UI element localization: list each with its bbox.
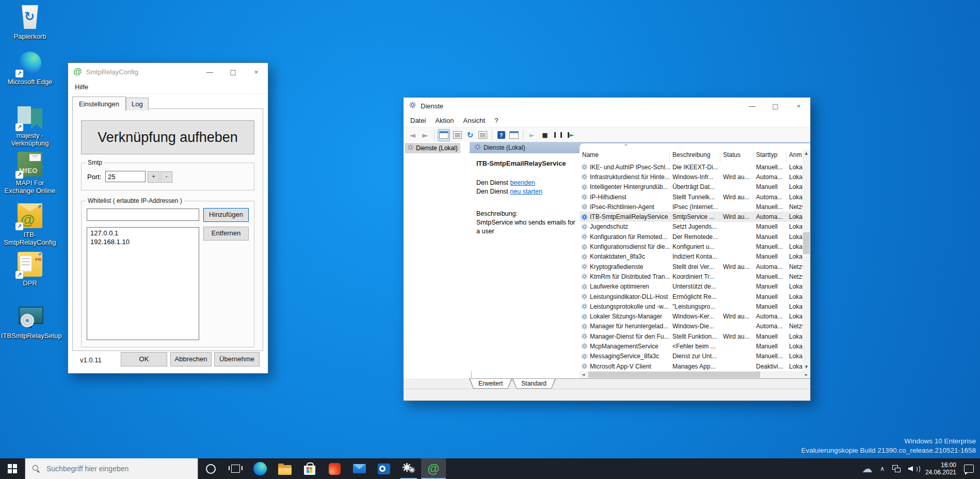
start-button[interactable] (0, 458, 25, 479)
start-service-icon[interactable]: ► (526, 130, 538, 141)
tab-einstellungen[interactable]: Einstellungen (72, 97, 126, 111)
table-row[interactable]: KryptografiediensteStellt drei Ver...Wir… (580, 262, 802, 272)
restart-service-icon[interactable]: ► (565, 130, 576, 141)
maximize-button[interactable]: □ (764, 98, 787, 114)
title-bar[interactable]: @ SmtpRelayConfig — □ × (68, 63, 268, 81)
horizontal-scrollbar[interactable]: ◄ ► (580, 371, 810, 378)
taskbar-app-file-explorer[interactable] (272, 458, 297, 479)
table-row[interactable]: ITB-SmtpEmailRelayServiceSmtpService ...… (580, 212, 802, 221)
action-center-icon[interactable] (964, 465, 974, 473)
desktop-icon-setup[interactable]: ITBSmtpRelaySetup (1, 304, 59, 340)
column-header-status[interactable]: Status (720, 151, 753, 162)
taskbar-app-store[interactable] (297, 458, 322, 479)
whitelist-entry[interactable]: 192.168.1.10 (87, 237, 199, 246)
port-input[interactable] (105, 171, 146, 182)
taskbar-search[interactable] (25, 458, 198, 479)
task-view-button[interactable] (223, 458, 248, 479)
stop-service-link[interactable]: beenden (510, 179, 535, 186)
network-icon[interactable] (892, 465, 901, 472)
table-row[interactable]: KtmRm für Distributed Tran...Koordiniert… (580, 272, 802, 281)
table-row[interactable]: IKE- und AuthIP IPsec-Schl...Die IKEEXT-… (580, 162, 802, 172)
whitelist-listbox[interactable]: 127.0.0.1192.168.1.10 (87, 227, 199, 340)
title-bar[interactable]: Dienste — □ × (404, 98, 810, 114)
taskbar-app-mail[interactable] (347, 458, 372, 479)
onedrive-icon[interactable]: ☁ (862, 462, 872, 475)
taskbar-app-edge[interactable] (248, 458, 272, 479)
pause-service-icon[interactable] (552, 130, 564, 141)
port-plus-button[interactable]: + (148, 171, 159, 183)
minimize-button[interactable]: — (741, 98, 764, 114)
port-minus-button[interactable]: - (160, 171, 172, 183)
table-row[interactable]: Microsoft App-V ClientManages App...Deak… (580, 361, 802, 371)
desktop-icon-majesty[interactable]: ↗ majesty - Verknüpfung (1, 103, 59, 147)
show-console-tree-icon[interactable] (438, 129, 450, 141)
list-view-icon[interactable] (452, 130, 463, 141)
scroll-up-icon[interactable]: ▲ (802, 150, 810, 157)
table-row[interactable]: JugendschutzSetzt Jugends...ManuellLoka (580, 222, 802, 232)
taskbar-app-office[interactable] (322, 458, 347, 479)
table-row[interactable]: Laufwerke optimierenUnterstützt de...Man… (580, 282, 802, 292)
help-icon[interactable]: ? (495, 130, 507, 141)
scrollbar-thumb[interactable] (588, 372, 760, 378)
menu-aktion[interactable]: Aktion (430, 115, 458, 126)
table-row[interactable]: Manager-Dienst für den Fu...Stellt Funkt… (580, 331, 802, 341)
add-button[interactable]: Hinzufügen (203, 208, 249, 222)
desktop-icon-edge[interactable]: ↗ Microsoft Edge (1, 50, 59, 86)
restart-service-link[interactable]: neu starten (510, 188, 542, 195)
table-row[interactable]: Konfiguration für Remoted...Der Remotede… (580, 232, 802, 242)
chevron-up-icon[interactable]: ∧ (880, 465, 885, 472)
menu-hilfe[interactable]: Hilfe (70, 82, 93, 92)
export-list-icon[interactable]: ► (477, 130, 489, 141)
whitelist-entry[interactable]: 127.0.0.1 (87, 229, 199, 237)
table-row[interactable]: Intelligenter Hintergrundüb...Überträgt … (580, 182, 802, 192)
forward-icon[interactable]: ► (420, 130, 431, 141)
column-header-beschreibung[interactable]: Beschreibung (670, 151, 720, 162)
table-row[interactable]: Infrastrukturdienst für Hinte...Windows-… (580, 172, 802, 182)
whitelist-input[interactable] (87, 209, 199, 221)
ok-button[interactable]: OK (121, 352, 167, 366)
table-row[interactable]: MessagingService_8fa3cDienst zur Unt...M… (580, 352, 802, 361)
vertical-scrollbar[interactable]: ▲ ▼ (802, 150, 810, 371)
desktop-icon-dpr[interactable]: PR » ↗ DPR (1, 251, 59, 287)
table-row[interactable]: Lokaler Sitzungs-ManagerWindows-Ker...Wi… (580, 311, 802, 321)
taskbar-clock[interactable]: 16:00 24.06.2021 (925, 461, 956, 476)
scroll-right-icon[interactable]: ► (802, 373, 810, 377)
menu-datei[interactable]: Datei (406, 115, 430, 126)
taskbar-app-services[interactable] (396, 458, 421, 479)
table-row[interactable]: IPsec-Richtlinien-AgentIPsec (Internet..… (580, 202, 802, 212)
apply-button[interactable]: Übernehme (214, 352, 260, 366)
remove-button[interactable]: Entfernen (203, 227, 249, 241)
tab-standard[interactable]: Standard (512, 379, 556, 389)
unlink-button[interactable]: Verknüpfung aufheben (81, 120, 254, 154)
table-row[interactable]: McpManagementService<Fehler beim ...Manu… (580, 341, 802, 351)
refresh-icon[interactable]: ↻ (464, 130, 476, 141)
minimize-button[interactable]: — (198, 63, 221, 81)
scroll-down-icon[interactable]: ▼ (802, 363, 810, 371)
back-icon[interactable]: ◄ (407, 130, 418, 141)
table-row[interactable]: Manager für heruntergelad...Windows-Die.… (580, 322, 802, 331)
column-header-starttyp[interactable]: Starttyp (753, 151, 786, 162)
table-row[interactable]: Leistungsindikator-DLL-HostErmöglicht Re… (580, 292, 802, 301)
scrollbar-thumb[interactable] (803, 232, 810, 254)
desktop-icon-mfeo[interactable]: MfEO ↗ MAPI For Exchange Online (1, 151, 59, 195)
volume-icon[interactable] (908, 465, 918, 472)
cancel-button[interactable]: Abbrechen (170, 352, 212, 366)
tab-log[interactable]: Log (126, 98, 149, 110)
cortana-button[interactable] (198, 458, 223, 479)
taskbar-app-smtprelayconfig[interactable]: @ (421, 458, 446, 479)
menu-ansicht[interactable]: Ansicht (459, 115, 490, 126)
column-header-name[interactable]: Name (580, 151, 670, 162)
desktop-icon-smtprelayconfig[interactable]: » @ ↗ ITB-SmtpRelayConfig (1, 202, 59, 246)
stop-service-icon[interactable]: ■ (539, 130, 551, 141)
tab-erweitert[interactable]: Erweitert (469, 379, 512, 389)
scroll-left-icon[interactable]: ◄ (580, 373, 587, 377)
search-input[interactable] (45, 464, 187, 473)
desktop-icon-papierkorb[interactable]: ↻ Papierkorb (1, 4, 59, 40)
column-header-anmelden[interactable]: Anm (786, 151, 802, 162)
table-row[interactable]: Konfigurationsdienst für die...Konfiguri… (580, 242, 802, 251)
taskbar-app-outlook[interactable] (372, 458, 396, 479)
table-row[interactable]: Kontaktdaten_8fa3cIndiziert Konta...Manu… (580, 252, 802, 262)
table-row[interactable]: Leistungsprotokolle und -w..."Leistungsp… (580, 301, 802, 311)
new-window-icon[interactable] (508, 130, 520, 141)
close-button[interactable]: × (245, 63, 268, 81)
